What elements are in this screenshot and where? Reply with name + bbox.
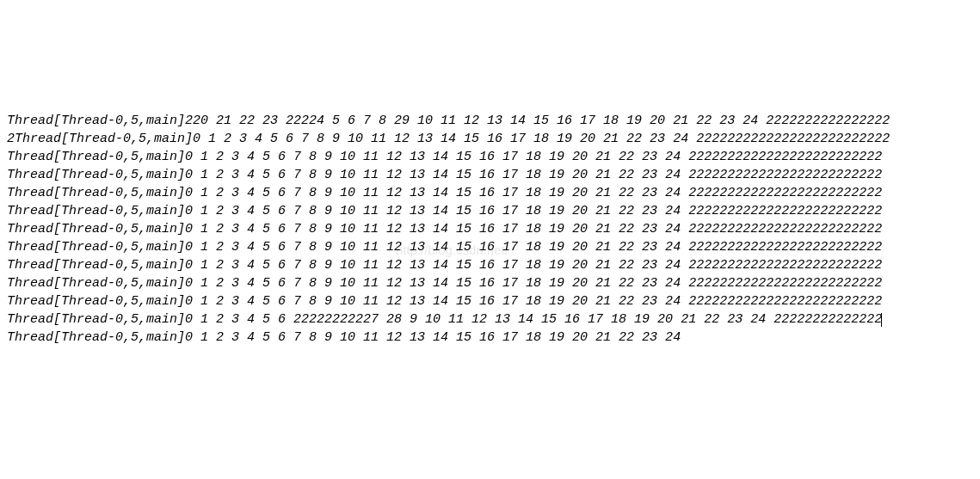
console-line: Thread[Thread-0,5,main]220 21 22 23 2222…	[7, 112, 973, 130]
console-output: Thread[Thread-0,5,main]220 21 22 23 2222…	[7, 112, 973, 347]
console-line: Thread[Thread-0,5,main]0 1 2 3 4 5 6 7 8…	[7, 329, 973, 347]
text-cursor	[881, 313, 882, 327]
console-line: Thread[Thread-0,5,main]0 1 2 3 4 5 6 7 8…	[7, 202, 973, 220]
console-line: Thread[Thread-0,5,main]0 1 2 3 4 5 6 7 8…	[7, 166, 973, 184]
console-line: Thread[Thread-0,5,main]0 1 2 3 4 5 6 7 8…	[7, 256, 973, 274]
console-line: Thread[Thread-0,5,main]0 1 2 3 4 5 6 7 8…	[7, 148, 973, 166]
console-line: Thread[Thread-0,5,main]0 1 2 3 4 5 6 7 8…	[7, 274, 973, 292]
console-line: Thread[Thread-0,5,main]0 1 2 3 4 5 6 7 8…	[7, 238, 973, 256]
console-line: Thread[Thread-0,5,main]0 1 2 3 4 5 6 7 8…	[7, 184, 973, 202]
console-line: Thread[Thread-0,5,main]0 1 2 3 4 5 6 7 8…	[7, 292, 973, 310]
console-line: 2Thread[Thread-0,5,main]0 1 2 3 4 5 6 7 …	[7, 130, 973, 148]
console-line: Thread[Thread-0,5,main]0 1 2 3 4 5 6 7 8…	[7, 220, 973, 238]
console-line: Thread[Thread-0,5,main]0 1 2 3 4 5 6 222…	[7, 310, 973, 329]
